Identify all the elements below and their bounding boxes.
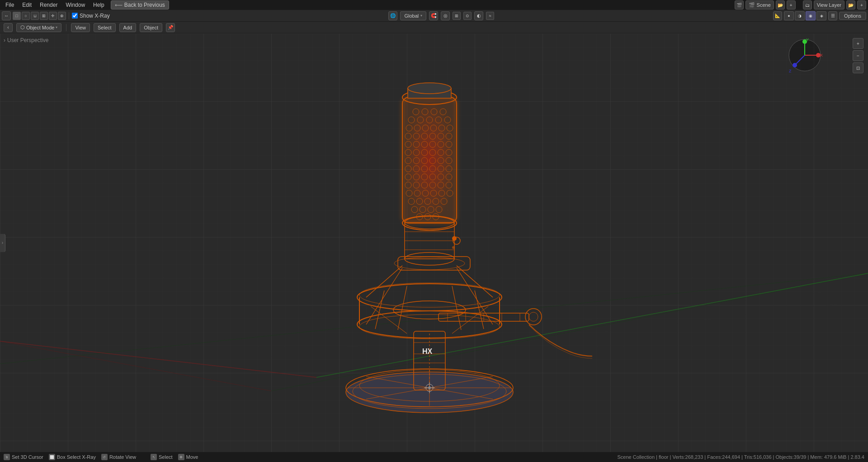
show-xray-label[interactable]: Show X-Ray: [72, 13, 110, 19]
object-mode-icon: ⬡: [20, 24, 25, 30]
move-status-item: ✥ Move: [178, 454, 198, 460]
viewport-overlay-buttons: + − ⊡: [853, 38, 863, 73]
svg-line-42: [398, 286, 407, 330]
svg-line-46: [366, 266, 402, 297]
scene-icon: 🎬: [749, 2, 755, 8]
svg-line-43: [452, 286, 461, 330]
mode-toolbar: ‹ ⬡ Object Mode ▾ View Select Add Object…: [0, 22, 868, 33]
svg-point-34: [529, 312, 538, 321]
menu-file[interactable]: File: [2, 1, 18, 9]
add-menu[interactable]: Add: [119, 23, 137, 32]
menu-window[interactable]: Window: [62, 1, 89, 9]
mouse-icon: 🖱: [4, 454, 10, 460]
rotate-view-label: Rotate View: [109, 454, 136, 460]
snap-magnet-icon[interactable]: 🧲: [429, 11, 438, 20]
separator-1: [69, 12, 69, 19]
select-move-group: ↖ Select ✥ Move: [151, 454, 198, 460]
editor-type-icon[interactable]: 📐: [773, 11, 782, 20]
object-menu[interactable]: Object: [140, 23, 162, 32]
svg-text:X: X: [820, 53, 823, 57]
view-layer-dropdown[interactable]: View Layer: [814, 0, 844, 10]
toggle-xray-icon[interactable]: ☰: [828, 11, 837, 20]
rotate-view-icon: ↺: [101, 454, 108, 460]
scene-browse-icon[interactable]: 📂: [776, 0, 785, 10]
render-mode-group: ● ◑ ◉ ◈: [784, 11, 826, 20]
select-box-icon[interactable]: □: [13, 12, 21, 20]
svg-text:Z: Z: [789, 69, 792, 73]
back-arrow-icon: ⟵: [115, 2, 123, 8]
svg-text:Y: Y: [806, 38, 809, 42]
select-icon: ↖: [151, 454, 157, 460]
view-layer-icon[interactable]: 🗂: [803, 0, 812, 10]
select-circle-icon[interactable]: ○: [22, 12, 30, 20]
material-shading-icon[interactable]: ◑: [795, 11, 805, 20]
solid-shading-icon[interactable]: ●: [784, 11, 794, 20]
shading-icon[interactable]: ◐: [474, 11, 483, 20]
top-menu-bar: File Edit Render Window Help ⟵ Back to P…: [0, 0, 868, 10]
move-icon: ✥: [178, 454, 184, 460]
zoom-out-icon[interactable]: −: [853, 50, 863, 61]
view-menu-label: View: [75, 25, 86, 30]
view-layer-browse-icon[interactable]: 📂: [846, 0, 855, 10]
nav-gizmo-svg: X Y Z: [787, 37, 823, 73]
separator-2: [66, 24, 66, 31]
svg-point-146: [452, 246, 455, 249]
collapse-sidebar-icon[interactable]: ‹: [4, 23, 13, 32]
object-mode-label: Object Mode: [26, 25, 54, 30]
zoom-in-icon[interactable]: +: [853, 38, 863, 49]
header-toolbar: ↔ □ ○ ⊔ ⊞ ✛ ⊕ Show X-Ray 🌐 Global ▾ 🧲 ◎ …: [0, 10, 868, 22]
menu-help[interactable]: Help: [90, 1, 108, 9]
status-right-info: Scene Collection | floor | Verts:268,233…: [618, 454, 864, 460]
svg-point-33: [525, 309, 542, 325]
show-xray-text: Show X-Ray: [80, 13, 110, 19]
global-dropdown[interactable]: Global ▾: [400, 11, 426, 20]
eevee-shading-icon[interactable]: ◈: [816, 11, 826, 20]
svg-point-35: [357, 284, 502, 311]
global-chevron-icon: ▾: [420, 14, 422, 18]
proportional-icon[interactable]: ◎: [441, 11, 450, 20]
select-status-label: Select: [159, 454, 173, 460]
global-label: Global: [404, 13, 419, 19]
move-status-label: Move: [186, 454, 198, 460]
box-select-label: Box Select X-Ray: [57, 454, 96, 460]
transform-icon[interactable]: ⊕: [58, 12, 66, 20]
cycles-icon[interactable]: ≈: [486, 12, 494, 20]
menu-render[interactable]: Render: [36, 1, 61, 9]
svg-point-155: [793, 63, 797, 67]
viewport-3d[interactable]: › User Perspective: [0, 33, 868, 452]
select-all-icon[interactable]: ⊞: [40, 12, 48, 20]
render-engine-icon[interactable]: 🎬: [735, 0, 744, 10]
zoom-fit-icon[interactable]: ⊡: [853, 62, 863, 73]
svg-line-51: [452, 306, 488, 333]
svg-point-143: [408, 83, 451, 94]
menu-edit[interactable]: Edit: [19, 1, 35, 9]
status-bar: 🖱 Set 3D Cursor ⬜ Box Select X-Ray ↺ Rot…: [0, 452, 868, 462]
scene-new-icon[interactable]: +: [787, 0, 796, 10]
view-layer-new-icon[interactable]: +: [857, 0, 866, 10]
grid-overlay-icon[interactable]: ⊞: [453, 12, 461, 20]
object-mode-dropdown[interactable]: ⬡ Object Mode ▾: [16, 23, 61, 32]
object-menu-label: Object: [144, 25, 158, 30]
options-button[interactable]: Options: [839, 12, 866, 20]
global-icon[interactable]: 🌐: [388, 11, 397, 20]
select-status-item[interactable]: ↖ Select: [151, 454, 173, 460]
pin-icon[interactable]: 📌: [166, 23, 175, 32]
back-to-previous-button[interactable]: ⟵ Back to Previous: [111, 0, 169, 10]
show-xray-checkbox[interactable]: [72, 13, 78, 19]
cursor-tool-icon[interactable]: ✛: [49, 12, 57, 20]
select-lasso-icon[interactable]: ⊔: [31, 12, 39, 20]
view-menu[interactable]: View: [71, 23, 90, 32]
svg-line-44: [475, 291, 484, 329]
box-select-icon: ⬜: [49, 454, 55, 460]
scene-dropdown[interactable]: 🎬 Scene: [745, 0, 774, 10]
overlay-icon[interactable]: ⊙: [463, 12, 472, 20]
sidebar-collapse-arrow[interactable]: ›: [0, 234, 5, 252]
select-tools-group: □ ○ ⊔ ⊞ ✛ ⊕: [13, 12, 66, 20]
scene-info-text: Scene Collection | floor | Verts:268,233…: [618, 454, 864, 460]
object-mode-chevron-icon: ▾: [56, 25, 57, 29]
select-menu[interactable]: Select: [94, 23, 116, 32]
rendered-shading-icon[interactable]: ◉: [806, 11, 816, 20]
move-tool-icon[interactable]: ↔: [2, 11, 11, 20]
svg-point-145: [452, 236, 457, 241]
svg-text:HX: HX: [422, 348, 433, 355]
